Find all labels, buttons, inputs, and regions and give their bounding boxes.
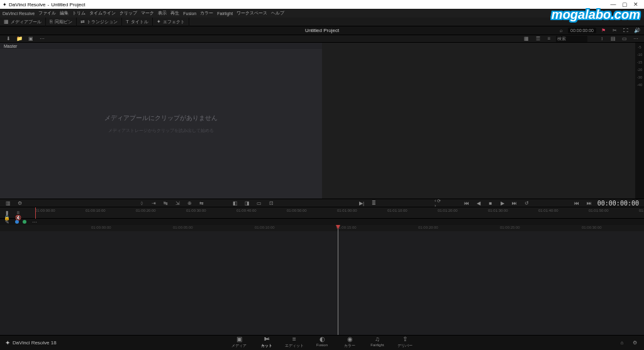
window-maximize[interactable]: ▢: [619, 1, 630, 8]
play-back-icon[interactable]: ◀: [474, 199, 483, 207]
grid-icon: ▦: [4, 19, 9, 25]
ws-titles[interactable]: Tタイトル: [122, 18, 153, 26]
overwrite-icon[interactable]: ⇥: [149, 199, 158, 207]
timeline-tick: 01:00:25:00: [500, 226, 520, 229]
page-fairlight[interactable]: ♫Fairlight: [364, 334, 391, 350]
window-close[interactable]: ✕: [630, 1, 641, 8]
viewer-canvas[interactable]: [322, 43, 635, 199]
ruler-playhead[interactable]: [35, 207, 36, 219]
page-media[interactable]: ▣メディア: [226, 334, 252, 350]
loop-nav-icon[interactable]: ‹ ⟳ ›: [435, 199, 443, 207]
media-page-icon: ▣: [236, 336, 242, 343]
window-minimize[interactable]: —: [608, 1, 619, 8]
menu-item[interactable]: クリップ: [119, 10, 137, 16]
meter-mark: -20: [637, 68, 643, 72]
menu-item[interactable]: カラー: [200, 10, 213, 16]
menu-item[interactable]: タイムライン: [89, 10, 116, 16]
ws-mediapool[interactable]: ▦メディアプール: [0, 18, 46, 26]
replace-icon[interactable]: ↹: [161, 199, 170, 207]
ruler-tick: 01:01:50:00: [589, 209, 609, 212]
out-icon[interactable]: ⏭: [585, 199, 594, 207]
tools3-icon[interactable]: ▭: [255, 199, 264, 207]
flag-icon[interactable]: ⚑: [599, 27, 608, 35]
sync-icon: ⎘: [50, 19, 53, 25]
mini-ruler[interactable]: ▮ ≡ 🔒 🔇 01:00:00:0001:00:10:0001:00:20:0…: [0, 207, 644, 219]
search-icon[interactable]: ⌕: [557, 27, 565, 35]
view-strip-icon[interactable]: ☰: [533, 35, 542, 43]
menu-item[interactable]: ワークスペース: [236, 10, 267, 16]
timeline-view-icon[interactable]: ▥: [4, 199, 13, 207]
timeline-ruler[interactable]: 01:00:00:0001:00:05:0001:00:10:0001:00:1…: [0, 225, 644, 231]
search-input[interactable]: [556, 36, 587, 42]
media-pool-header[interactable]: Master: [0, 43, 322, 49]
append-icon[interactable]: ⊕: [185, 199, 194, 207]
top-timecode: 00:00:00:00: [568, 28, 596, 33]
view-icon[interactable]: ▭: [620, 35, 629, 43]
tools4-icon[interactable]: ⊡: [267, 199, 275, 207]
menu-item[interactable]: 表示: [158, 10, 167, 16]
timeline-tick: 01:00:05:00: [173, 226, 193, 229]
timeline[interactable]: 01:00:00:0001:00:05:0001:00:10:0001:00:1…: [0, 225, 644, 335]
marker-icon[interactable]: ▶|: [357, 199, 366, 207]
menu-item[interactable]: トリム: [72, 10, 86, 16]
page-cut[interactable]: ✄カット: [253, 334, 280, 350]
menu-item[interactable]: Fairlight: [217, 11, 233, 16]
folder-icon[interactable]: 📁: [15, 35, 24, 43]
ripple-icon[interactable]: ⇆: [197, 199, 206, 207]
stop-icon[interactable]: ■: [486, 199, 495, 207]
home-icon[interactable]: ⌂: [618, 339, 626, 347]
more-icon[interactable]: ⋯: [38, 35, 47, 43]
expand-icon[interactable]: ⛶: [621, 27, 630, 35]
bin-icon[interactable]: ▣: [26, 35, 35, 43]
view-thumb-icon[interactable]: ▦: [522, 35, 531, 43]
menu-item[interactable]: ファイル: [38, 10, 56, 16]
deliver-page-icon: ⇪: [402, 336, 408, 343]
in-icon[interactable]: ⏮: [572, 199, 581, 207]
ws-transitions[interactable]: ⇄トランジション: [77, 18, 122, 26]
ruler-tick: 01:01:00:00: [337, 209, 357, 212]
sort-icon[interactable]: ↕: [597, 35, 606, 43]
settings-icon[interactable]: ⚙: [630, 339, 639, 347]
menu-item[interactable]: 再生: [170, 10, 179, 16]
menu-item[interactable]: DaVinci Resolve: [3, 11, 35, 16]
meter-mark: -15: [637, 60, 643, 64]
timeline-tick: 01:00:00:00: [91, 226, 111, 229]
options-icon[interactable]: ⋯: [631, 35, 640, 43]
tools2-icon[interactable]: ◨: [243, 199, 252, 207]
play-icon[interactable]: ▶: [498, 199, 507, 207]
meter-mark: -30: [637, 75, 643, 79]
menu-item[interactable]: 編集: [60, 10, 69, 16]
project-bar: Untitled Project ⌕ 00:00:00:00 ⚑ ✂ ⛶ 🔊: [0, 26, 644, 35]
mute-icon[interactable]: 🔇: [14, 214, 23, 221]
track-dot-green[interactable]: [23, 220, 26, 224]
next-clip-icon[interactable]: ⏭: [510, 199, 519, 207]
viewer-sidebar: -5 -10 -15 -20 -30 -40: [635, 43, 644, 199]
tools1-icon[interactable]: ◧: [231, 199, 240, 207]
page-color[interactable]: ◉カラー: [336, 334, 363, 350]
prev-clip-icon[interactable]: ⏮: [462, 199, 471, 207]
timeline-playhead[interactable]: [338, 225, 338, 335]
edit-page-icon: ≡: [292, 336, 296, 343]
page-fusion[interactable]: ◐Fusion: [309, 334, 335, 350]
menu-item[interactable]: マーク: [141, 10, 154, 16]
titlebar-app: DaVinci Resolve: [9, 2, 46, 8]
crop-icon[interactable]: ✂: [610, 27, 619, 35]
volume-icon[interactable]: 🔊: [633, 27, 641, 35]
view-list-icon[interactable]: ≡: [545, 35, 553, 43]
split-icon[interactable]: ≣: [369, 199, 378, 207]
ws-syncbin[interactable]: ⎘同期ビン: [46, 18, 77, 26]
fit-icon[interactable]: ⇲: [173, 199, 182, 207]
page-edit[interactable]: ≡エディット: [281, 334, 308, 350]
menu-item[interactable]: ヘルプ: [271, 10, 284, 16]
menu-item[interactable]: Fusion: [183, 11, 196, 16]
loop-icon[interactable]: ↺: [522, 199, 531, 207]
insert-icon[interactable]: ⎀: [137, 199, 146, 207]
filter-icon[interactable]: ▤: [609, 35, 618, 43]
import-icon[interactable]: ⬇: [4, 35, 13, 43]
meter-mark: -40: [637, 83, 643, 87]
lock-icon[interactable]: 🔒: [3, 214, 11, 221]
page-deliver[interactable]: ⇪デリバー: [392, 334, 418, 350]
viewer: -5 -10 -15 -20 -30 -40: [322, 43, 644, 199]
timeline-opts-icon[interactable]: ⚙: [15, 199, 24, 207]
ws-effects[interactable]: ✦エフェクト: [153, 18, 189, 26]
